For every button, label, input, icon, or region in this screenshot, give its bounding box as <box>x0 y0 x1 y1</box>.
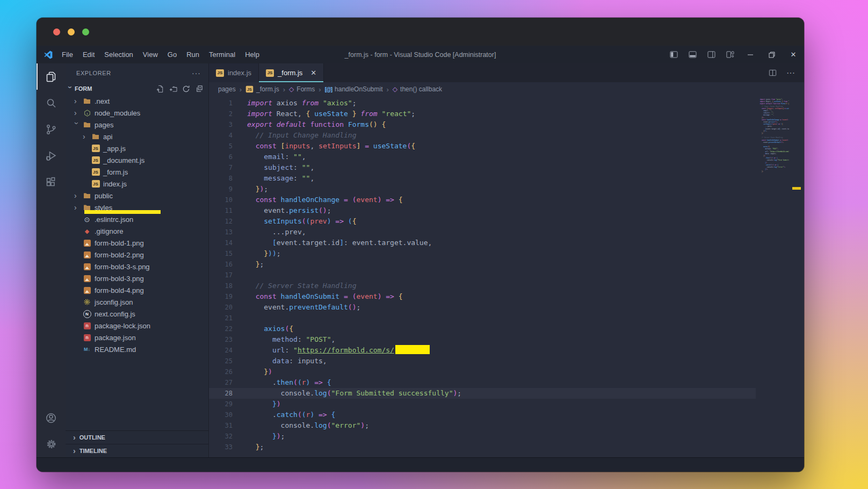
breadcrumb-item[interactable]: JS_form.js <box>245 85 279 93</box>
code-line-24[interactable]: 24url: "https://formbold.com/s/ <box>209 345 756 356</box>
activity-extensions-icon[interactable] <box>37 169 66 195</box>
activity-explorer-icon[interactable] <box>37 63 66 90</box>
line-number[interactable]: 7 <box>209 162 233 173</box>
code-line-13[interactable]: 13...prev, <box>209 227 756 238</box>
line-number[interactable]: 15 <box>209 248 233 259</box>
timeline-section[interactable]: › TIMELINE <box>66 444 208 457</box>
code-line-12[interactable]: 12setInputs((prev) => ({ <box>209 216 756 227</box>
line-number[interactable]: 21 <box>209 313 233 323</box>
collapse-all-button[interactable] <box>195 85 203 93</box>
menu-edit[interactable]: Edit <box>78 51 99 59</box>
line-number[interactable]: 28 <box>209 388 233 399</box>
line-number[interactable]: 29 <box>209 399 233 409</box>
tab--form-js[interactable]: JS_form.js✕ <box>259 63 324 82</box>
line-number[interactable]: 6 <box>209 152 233 162</box>
line-number[interactable]: 23 <box>209 334 233 345</box>
code-line-15[interactable]: 15})); <box>209 248 756 259</box>
toggle-sidebar-button[interactable] <box>664 51 683 58</box>
code-line-29[interactable]: 29}) <box>209 399 756 409</box>
window-minimize-button[interactable] <box>740 46 761 63</box>
activity-source-control-icon[interactable] <box>37 116 66 142</box>
traffic-light-minimize-button[interactable] <box>68 28 75 35</box>
activity-settings-icon[interactable] <box>37 431 66 457</box>
activity-search-icon[interactable] <box>37 90 66 116</box>
menu-view[interactable]: View <box>138 51 163 59</box>
line-number[interactable]: 12 <box>209 216 233 227</box>
code-line-6[interactable]: 6email: "", <box>209 152 756 162</box>
code-line-22[interactable]: 22axios({ <box>209 323 756 334</box>
close-tab-icon[interactable]: ✕ <box>310 69 316 77</box>
breadcrumb-item[interactable]: pages <box>218 85 236 93</box>
tree-item--next[interactable]: ›.next <box>66 95 208 107</box>
code-line-32[interactable]: 32}); <box>209 431 756 442</box>
code-line-30[interactable]: 30.catch((r) => { <box>209 409 756 420</box>
line-number[interactable]: 20 <box>209 302 233 313</box>
line-number[interactable]: 4 <box>209 130 233 141</box>
code-line-25[interactable]: 25data: inputs, <box>209 356 756 366</box>
code-line-11[interactable]: 11event.persist(); <box>209 205 756 216</box>
activity-run-debug-icon[interactable] <box>37 142 66 169</box>
menu-help[interactable]: Help <box>240 51 264 59</box>
window-restore-button[interactable] <box>761 46 783 63</box>
line-number[interactable]: 17 <box>209 270 233 281</box>
code-line-9[interactable]: 9}); <box>209 184 756 195</box>
new-folder-button[interactable] <box>169 85 177 93</box>
more-actions-button[interactable]: ··· <box>783 68 799 78</box>
explorer-section-header[interactable]: › FORM <box>66 82 208 95</box>
line-number[interactable]: 25 <box>209 356 233 366</box>
tree-item-form-bold-3-png[interactable]: ›form-bold-3.png <box>66 272 208 284</box>
tree-item--eslintrc-json[interactable]: ›⊙.eslintrc.json <box>66 213 208 225</box>
toggle-panel-button[interactable] <box>683 51 702 58</box>
tree-item--document-js[interactable]: ›JS_document.js <box>66 154 208 166</box>
breadcrumb-item[interactable]: [@]handleOnSubmit <box>325 85 383 93</box>
code-line-23[interactable]: 23method: "POST", <box>209 334 756 345</box>
tree-item-pages[interactable]: ›pages <box>66 119 208 131</box>
line-number[interactable]: 14 <box>209 238 233 248</box>
menu-selection[interactable]: Selection <box>99 51 138 59</box>
line-number[interactable]: 10 <box>209 195 233 205</box>
line-number[interactable]: 30 <box>209 409 233 420</box>
tree-item--form-js[interactable]: ›JS_form.js <box>66 166 208 178</box>
line-number[interactable]: 5 <box>209 141 233 152</box>
code-line-17[interactable]: 17 <box>209 270 756 281</box>
code-line-31[interactable]: 31console.log("error"); <box>209 420 756 431</box>
menu-terminal[interactable]: Terminal <box>204 51 240 59</box>
tree-item-form-bold-3-s-png[interactable]: ›form-bold-3-s.png <box>66 261 208 272</box>
tree-item-next-config-js[interactable]: ›Nnext.config.js <box>66 308 208 320</box>
line-number[interactable]: 24 <box>209 345 233 356</box>
breadcrumb-item[interactable]: ◇Forms <box>289 85 315 93</box>
window-close-button[interactable]: ✕ <box>783 46 804 63</box>
code-editor[interactable]: 1import axios from "axios";2import React… <box>209 96 756 457</box>
code-line-18[interactable]: 18// Server State Handling <box>209 281 756 291</box>
code-line-8[interactable]: 8message: "", <box>209 173 756 184</box>
tree-item-form-bold-1-png[interactable]: ›form-bold-1.png <box>66 237 208 249</box>
tree-item-api[interactable]: ›api <box>66 131 208 142</box>
line-number[interactable]: 26 <box>209 366 233 377</box>
line-number[interactable]: 11 <box>209 205 233 216</box>
customize-layout-button[interactable] <box>721 51 740 58</box>
code-line-3[interactable]: 3export default function Forms() { <box>209 119 756 130</box>
code-line-1[interactable]: 1import axios from "axios"; <box>209 98 756 109</box>
line-number[interactable]: 33 <box>209 442 233 452</box>
tree-item-package-lock-json[interactable]: ›npackage-lock.json <box>66 320 208 332</box>
line-number[interactable]: 19 <box>209 291 233 302</box>
code-line-27[interactable]: 27.then((r) => { <box>209 377 756 388</box>
line-number[interactable]: 3 <box>209 119 233 130</box>
line-number[interactable]: 9 <box>209 184 233 195</box>
line-number[interactable]: 18 <box>209 281 233 291</box>
tree-item-index-js[interactable]: ›JSindex.js <box>66 178 208 190</box>
code-line-14[interactable]: 14[event.target.id]: event.target.value, <box>209 238 756 248</box>
line-number[interactable]: 16 <box>209 259 233 270</box>
code-line-28[interactable]: 28console.log("Form Submitted successful… <box>209 388 756 399</box>
refresh-button[interactable] <box>182 85 190 93</box>
line-number[interactable]: 2 <box>209 109 233 119</box>
code-line-7[interactable]: 7subject: "", <box>209 162 756 173</box>
traffic-light-zoom-button[interactable] <box>82 28 89 35</box>
code-line-5[interactable]: 5const [inputs, setInputs] = useState({ <box>209 141 756 152</box>
code-line-33[interactable]: 33}; <box>209 442 756 452</box>
tree-item-form-bold-4-png[interactable]: ›form-bold-4.png <box>66 284 208 296</box>
line-number[interactable]: 8 <box>209 173 233 184</box>
code-line-19[interactable]: 19const handleOnSubmit = (event) => { <box>209 291 756 302</box>
line-number[interactable]: 22 <box>209 323 233 334</box>
tree-item-readme-md[interactable]: ›M↓README.md <box>66 343 208 355</box>
